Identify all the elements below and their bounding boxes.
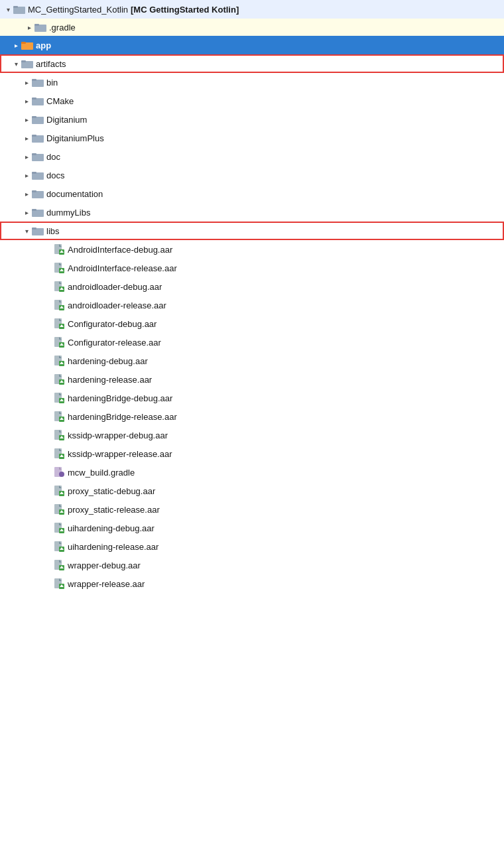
file-row-f3[interactable]: androidloader-debug.aar [0, 277, 504, 296]
file-row-f17[interactable]: uihardening-release.aar [0, 537, 504, 556]
subfolder-chevron-digitaniumplus-icon [21, 133, 32, 143]
subfolder-row-documentation[interactable]: documentation [0, 184, 504, 203]
aar-file-icon-f4 [53, 299, 65, 311]
app-folder-icon [21, 40, 33, 50]
libs-folder-icon [32, 226, 44, 235]
aar-file-icon-f19 [53, 578, 65, 590]
file-row-f19[interactable]: wrapper-release.aar [0, 574, 504, 593]
file-label-f2: AndroidInterface-release.aar [68, 263, 177, 273]
file-row-f1[interactable]: AndroidInterface-debug.aar [0, 240, 504, 259]
svg-rect-23 [32, 209, 36, 211]
file-label-f19: wrapper-release.aar [68, 579, 145, 589]
project-name-bold: [MC GettingStarted Kotlin] [131, 5, 239, 15]
subfolder-chevron-docs-icon [21, 170, 32, 180]
artifacts-folder-icon [21, 59, 33, 68]
svg-rect-21 [32, 190, 36, 192]
subfolder-docs-label: docs [46, 170, 64, 180]
artifacts-row[interactable]: artifacts [0, 54, 504, 73]
svg-rect-13 [32, 116, 36, 118]
subfolder-row-dummylibs[interactable]: dummyLibs [0, 203, 504, 222]
svg-rect-9 [32, 79, 36, 81]
aar-file-icon-f1 [53, 243, 65, 255]
file-label-f14: proxy_static-debug.aar [68, 486, 155, 496]
file-row-f2[interactable]: AndroidInterface-release.aar [0, 259, 504, 277]
artifacts-folder-label: artifacts [36, 59, 66, 69]
svg-rect-7 [21, 60, 26, 62]
app-folder-label: app [36, 40, 51, 50]
aar-file-icon-f15 [53, 503, 65, 515]
subfolder-chevron-dummylibs-icon [21, 207, 32, 218]
file-tree: MC_GettingStarted_Kotlin [MC GettingStar… [0, 0, 504, 593]
subfolder-cmake-folder-icon [32, 96, 44, 105]
file-row-f13[interactable]: mcw_build.gradle [0, 463, 504, 482]
file-label-f4: androidloader-release.aar [68, 300, 166, 310]
aar-file-icon-f10 [53, 411, 65, 423]
gradle-file-icon [53, 466, 65, 478]
aar-file-icon-f5 [53, 318, 65, 330]
file-row-f7[interactable]: hardening-debug.aar [0, 352, 504, 370]
subfolder-row-doc[interactable]: doc [0, 147, 504, 166]
app-chevron-icon [11, 40, 21, 50]
file-row-f8[interactable]: hardening-release.aar [0, 370, 504, 389]
file-row-f4[interactable]: androidloader-release.aar [0, 296, 504, 314]
subfolder-chevron-digitanium-icon [21, 114, 32, 125]
aar-file-icon-f18 [53, 559, 65, 571]
file-label-f17: uihardening-release.aar [68, 542, 158, 552]
libs-row[interactable]: libs [0, 222, 504, 240]
file-row-f5[interactable]: Configurator-debug.aar [0, 314, 504, 333]
file-label-f15: proxy_static-release.aar [68, 505, 160, 515]
file-row-f14[interactable]: proxy_static-debug.aar [0, 482, 504, 500]
subfolder-row-bin[interactable]: bin [0, 73, 504, 92]
file-label-f13: mcw_build.gradle [68, 468, 135, 478]
svg-rect-17 [32, 153, 36, 155]
project-root-row[interactable]: MC_GettingStarted_Kotlin [MC GettingStar… [0, 0, 504, 19]
file-label-f7: hardening-debug.aar [68, 356, 148, 366]
subfolder-digitaniumplus-folder-icon [32, 133, 44, 143]
svg-rect-19 [32, 172, 36, 174]
subfolder-documentation-label: documentation [46, 189, 103, 199]
file-row-f10[interactable]: hardeningBridge-release.aar [0, 407, 504, 426]
project-folder-icon [13, 5, 25, 14]
file-label-f8: hardening-release.aar [68, 375, 152, 385]
aar-file-icon-f3 [53, 281, 65, 293]
subfolder-digitanium-folder-icon [32, 115, 44, 124]
gradle-chevron-icon [24, 22, 34, 33]
lib-files-container: AndroidInterface-debug.aar AndroidInterf… [0, 240, 504, 593]
subfolder-bin-folder-icon [32, 78, 44, 87]
aar-file-icon-f2 [53, 262, 65, 274]
aar-file-icon-f6 [53, 336, 65, 348]
file-label-f6: Configurator-release.aar [68, 338, 161, 348]
subfolder-row-cmake[interactable]: CMake [0, 92, 504, 110]
svg-rect-25 [32, 228, 36, 229]
file-label-f16: uihardening-debug.aar [68, 523, 155, 533]
gradle-folder-label: .gradle [49, 23, 76, 33]
file-row-f12[interactable]: kssidp-wrapper-release.aar [0, 444, 504, 463]
file-label-f9: hardeningBridge-debug.aar [68, 393, 172, 403]
subfolder-row-digitanium[interactable]: Digitanium [0, 110, 504, 129]
file-row-f16[interactable]: uihardening-debug.aar [0, 519, 504, 537]
subfolder-chevron-documentation-icon [21, 188, 32, 199]
file-label-f5: Configurator-debug.aar [68, 319, 157, 329]
libs-chevron-icon [21, 226, 32, 236]
aar-file-icon-f11 [53, 429, 65, 441]
file-label-f11: kssidp-wrapper-debug.aar [68, 430, 168, 440]
subfolder-dummylibs-folder-icon [32, 208, 44, 217]
svg-rect-3 [34, 24, 39, 26]
file-row-f9[interactable]: hardeningBridge-debug.aar [0, 389, 504, 407]
svg-rect-11 [32, 98, 36, 99]
gradle-row[interactable]: .gradle [0, 19, 504, 36]
subfolder-row-docs[interactable]: docs [0, 166, 504, 184]
file-row-f18[interactable]: wrapper-debug.aar [0, 556, 504, 574]
file-label-f18: wrapper-debug.aar [68, 560, 141, 570]
subfolder-digitaniumplus-label: DigitaniumPlus [46, 133, 104, 143]
subfolder-row-digitaniumplus[interactable]: DigitaniumPlus [0, 129, 504, 147]
file-row-f11[interactable]: kssidp-wrapper-debug.aar [0, 426, 504, 444]
file-row-f6[interactable]: Configurator-release.aar [0, 333, 504, 352]
file-row-f15[interactable]: proxy_static-release.aar [0, 500, 504, 519]
file-label-f3: androidloader-debug.aar [68, 282, 162, 292]
subfolder-digitanium-label: Digitanium [46, 115, 87, 125]
app-row[interactable]: app [0, 36, 504, 54]
subfolder-doc-folder-icon [32, 152, 44, 161]
subfolder-documentation-folder-icon [32, 189, 44, 198]
subfolder-docs-folder-icon [32, 170, 44, 180]
